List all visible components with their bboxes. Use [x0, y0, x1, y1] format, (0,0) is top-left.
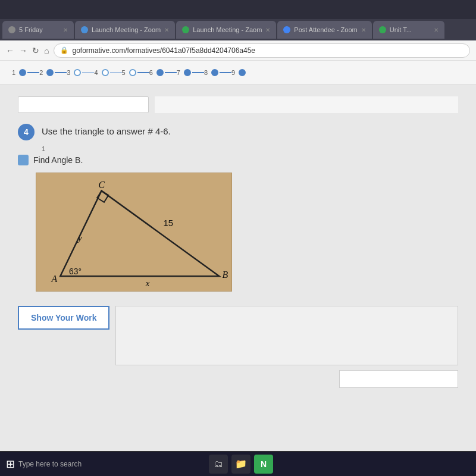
tab-friday[interactable]: 5 Friday ✕	[2, 21, 74, 39]
connector-8-9	[220, 72, 231, 73]
tab-zaom[interactable]: Launch Meeting - Zaom ✕	[176, 21, 276, 39]
question-header: 4 Use the triangle to answer # 4-6.	[18, 124, 458, 140]
browser-tabs-bar: 5 Friday ✕ Launch Meeting - Zoom ✕ Launc…	[0, 19, 476, 40]
connector-5-6	[137, 72, 149, 73]
taskbar-search-label[interactable]: Type here to search	[18, 460, 82, 468]
tab-zoom1-close[interactable]: ✕	[164, 27, 169, 33]
windows-icon[interactable]: ⊞	[6, 458, 15, 471]
work-input-area[interactable]	[115, 306, 458, 365]
lock-icon: 🔒	[60, 46, 68, 54]
triangle-image: C B A 15 y 63° x	[36, 173, 232, 292]
question-number: 4	[18, 124, 35, 140]
tab-unit[interactable]: Unit T... ✕	[373, 21, 444, 39]
dot-label-9: 9	[231, 69, 235, 76]
svg-text:y: y	[77, 233, 82, 243]
connector-1-2	[27, 72, 39, 73]
svg-marker-0	[60, 191, 219, 277]
tab-label: 5 Friday	[19, 26, 43, 33]
sub-question-text: Find Angle B.	[33, 155, 83, 165]
tab-zoom1[interactable]: Launch Meeting - Zoom ✕	[75, 21, 175, 39]
tab-close-icon[interactable]: ✕	[63, 27, 68, 33]
question-main-text: Use the triangle to answer # 4-6.	[42, 124, 171, 136]
dot-label-1: 1	[12, 69, 15, 76]
taskbar-app-icon[interactable]: N	[254, 455, 273, 474]
dot-label-7: 7	[177, 69, 180, 76]
svg-text:15: 15	[164, 218, 174, 228]
dot-label-8: 8	[204, 69, 208, 76]
tab-zoom1-icon	[81, 26, 88, 33]
dot-label-2: 2	[39, 69, 43, 76]
svg-text:A: A	[51, 274, 57, 284]
dot-label-6: 6	[149, 69, 153, 76]
address-bar: ← → ↻ ⌂ 🔒 goformative.com/formatives/604…	[0, 40, 476, 61]
svg-text:x: x	[145, 278, 150, 288]
back-button[interactable]: ←	[6, 46, 14, 55]
tab-zaom-close[interactable]: ✕	[265, 27, 270, 33]
tab-zaom-icon	[182, 26, 189, 33]
top-bar	[0, 0, 476, 19]
sub-question: Find Angle B.	[18, 155, 458, 165]
triangle-svg: C B A 15 y 63° x	[36, 173, 231, 291]
progress-track: 1 2 3 4 5 6 7 8 9	[12, 69, 247, 76]
tab-post-label: Post Attendee - Zoom	[294, 26, 357, 33]
dot-label-5: 5	[122, 69, 126, 76]
dot-label-4: 4	[94, 69, 98, 76]
taskbar: ⊞ Type here to search 🗂 📁 N	[0, 451, 476, 476]
work-area: Show Your Work	[18, 306, 458, 388]
connector-7-8	[192, 72, 204, 73]
tab-unit-icon	[379, 26, 386, 33]
top-input-left[interactable]	[18, 96, 149, 113]
svg-text:63°: 63°	[69, 267, 82, 276]
connector-2-3	[55, 72, 67, 73]
connector-3-4	[82, 72, 94, 73]
svg-text:B: B	[223, 270, 228, 280]
forward-button[interactable]: →	[19, 46, 27, 55]
tab-zaom-label: Launch Meeting - Zaom	[193, 26, 262, 33]
tab-post-attendee[interactable]: Post Attendee - Zoom ✕	[277, 21, 371, 39]
tab-unit-close[interactable]: ✕	[434, 27, 439, 33]
dot-2[interactable]	[46, 69, 54, 76]
connector-6-7	[165, 72, 177, 73]
dot-7[interactable]	[184, 69, 191, 76]
sub-question-icon	[18, 155, 29, 165]
progress-bar: 1 2 3 4 5 6 7 8 9	[0, 61, 476, 84]
top-input-right	[155, 96, 458, 113]
url-text: goformative.com/formatives/6041a07f5a8dd…	[72, 46, 255, 55]
url-input[interactable]: 🔒 goformative.com/formatives/6041a07f5a8…	[54, 43, 470, 58]
point-label: 1	[42, 145, 458, 152]
tab-icon	[8, 26, 15, 33]
dot-1[interactable]	[19, 69, 26, 76]
home-button[interactable]: ⌂	[44, 46, 49, 55]
dot-label-3: 3	[67, 69, 70, 76]
answer-input[interactable]	[339, 370, 458, 388]
tab-unit-label: Unit T...	[390, 26, 412, 33]
dot-6[interactable]	[156, 69, 164, 76]
connector-4-5	[110, 72, 122, 73]
dot-9[interactable]	[239, 69, 246, 76]
tab-post-icon	[283, 26, 290, 33]
dot-3[interactable]	[74, 69, 81, 76]
show-work-button[interactable]: Show Your Work	[18, 306, 109, 330]
dot-4[interactable]	[102, 69, 109, 76]
tab-post-close[interactable]: ✕	[361, 27, 366, 33]
taskbar-file-icon[interactable]: 🗂	[209, 455, 228, 474]
main-content: 4 Use the triangle to answer # 4-6. 1 Fi…	[0, 84, 476, 451]
dot-8[interactable]	[211, 69, 218, 76]
dot-5[interactable]	[129, 69, 136, 76]
tab-zoom1-label: Launch Meeting - Zoom	[92, 26, 161, 33]
svg-text:C: C	[99, 180, 105, 190]
taskbar-folder-icon[interactable]: 📁	[231, 455, 250, 474]
refresh-button[interactable]: ↻	[32, 46, 39, 55]
